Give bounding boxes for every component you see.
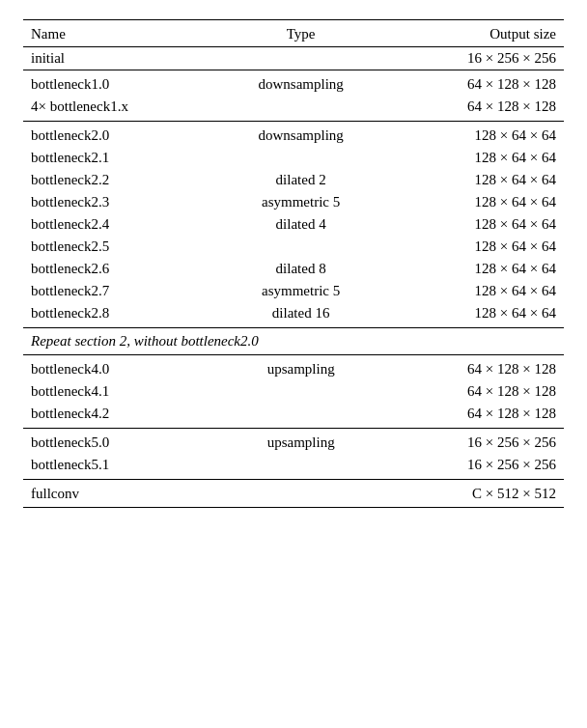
cell-type: dilated 4 — [215, 213, 386, 236]
cell-name: bottleneck2.7 — [23, 280, 215, 302]
cell-name: bottleneck2.8 — [23, 302, 215, 328]
cell-name: initial — [23, 47, 215, 70]
cell-type: asymmetric 5 — [215, 191, 386, 213]
cell-output: 128 × 64 × 64 — [386, 280, 564, 302]
cell-output: 128 × 64 × 64 — [386, 147, 564, 169]
cell-output: 64 × 128 × 128 — [386, 96, 564, 122]
table-row: bottleneck2.1128 × 64 × 64 — [23, 147, 564, 169]
table-row: bottleneck5.116 × 256 × 256 — [23, 454, 564, 480]
cell-name: bottleneck2.4 — [23, 213, 215, 236]
cell-type: upsampling — [215, 355, 386, 381]
cell-type: dilated 16 — [215, 302, 386, 328]
table-row: initial16 × 256 × 256 — [23, 47, 564, 70]
cell-output: 64 × 128 × 128 — [386, 70, 564, 97]
cell-name: bottleneck1.0 — [23, 70, 215, 97]
table-header-row: Name Type Output size — [23, 20, 564, 47]
cell-output: 128 × 64 × 64 — [386, 191, 564, 213]
main-table-container: Name Type Output size initial16 × 256 × … — [23, 19, 564, 508]
table-row: bottleneck4.0upsampling64 × 128 × 128 — [23, 355, 564, 381]
cell-type: dilated 2 — [215, 169, 386, 191]
cell-output: 128 × 64 × 64 — [386, 236, 564, 258]
cell-type — [215, 236, 386, 258]
cell-type — [215, 454, 386, 480]
cell-name: bottleneck5.1 — [23, 454, 215, 480]
table-row: bottleneck2.5128 × 64 × 64 — [23, 236, 564, 258]
cell-type — [215, 47, 386, 70]
cell-type — [215, 380, 386, 403]
cell-name: bottleneck2.0 — [23, 122, 215, 148]
cell-type — [215, 403, 386, 429]
cell-type: downsampling — [215, 70, 386, 97]
cell-output: C × 512 × 512 — [386, 480, 564, 508]
architecture-table: Name Type Output size initial16 × 256 × … — [23, 19, 564, 508]
cell-output: 128 × 64 × 64 — [386, 302, 564, 328]
cell-name: bottleneck2.5 — [23, 236, 215, 258]
header-type: Type — [215, 20, 386, 47]
cell-name: 4× bottleneck1.x — [23, 96, 215, 122]
cell-name: fullconv — [23, 480, 215, 508]
table-row: Repeat section 2, without bottleneck2.0 — [23, 328, 564, 355]
cell-output: 128 × 64 × 64 — [386, 258, 564, 280]
cell-type — [215, 147, 386, 169]
cell-output: 16 × 256 × 256 — [386, 429, 564, 455]
table-row: bottleneck2.6dilated 8128 × 64 × 64 — [23, 258, 564, 280]
cell-output: 16 × 256 × 256 — [386, 47, 564, 70]
cell-output: 64 × 128 × 128 — [386, 355, 564, 381]
cell-name: bottleneck2.2 — [23, 169, 215, 191]
cell-output: 128 × 64 × 64 — [386, 169, 564, 191]
cell-output: 64 × 128 × 128 — [386, 380, 564, 403]
table-row: bottleneck2.0downsampling128 × 64 × 64 — [23, 122, 564, 148]
repeat-note: Repeat section 2, without bottleneck2.0 — [23, 328, 564, 355]
cell-name: bottleneck2.1 — [23, 147, 215, 169]
table-row: bottleneck2.7asymmetric 5128 × 64 × 64 — [23, 280, 564, 302]
cell-name: bottleneck4.2 — [23, 403, 215, 429]
cell-name: bottleneck4.1 — [23, 380, 215, 403]
table-row: bottleneck4.264 × 128 × 128 — [23, 403, 564, 429]
table-row: bottleneck5.0upsampling16 × 256 × 256 — [23, 429, 564, 455]
table-row: bottleneck2.8dilated 16128 × 64 × 64 — [23, 302, 564, 328]
cell-name: bottleneck2.3 — [23, 191, 215, 213]
cell-type: downsampling — [215, 122, 386, 148]
cell-type: asymmetric 5 — [215, 280, 386, 302]
table-row: fullconvC × 512 × 512 — [23, 480, 564, 508]
table-row: 4× bottleneck1.x64 × 128 × 128 — [23, 96, 564, 122]
cell-type — [215, 96, 386, 122]
cell-type: upsampling — [215, 429, 386, 455]
table-row: bottleneck2.2dilated 2128 × 64 × 64 — [23, 169, 564, 191]
header-output: Output size — [386, 20, 564, 47]
cell-output: 16 × 256 × 256 — [386, 454, 564, 480]
cell-name: bottleneck5.0 — [23, 429, 215, 455]
table-row: bottleneck2.4dilated 4128 × 64 × 64 — [23, 213, 564, 236]
table-row: bottleneck2.3asymmetric 5128 × 64 × 64 — [23, 191, 564, 213]
cell-name: bottleneck2.6 — [23, 258, 215, 280]
cell-type — [215, 480, 386, 508]
cell-output: 128 × 64 × 64 — [386, 122, 564, 148]
cell-name: bottleneck4.0 — [23, 355, 215, 381]
header-name: Name — [23, 20, 215, 47]
cell-output: 128 × 64 × 64 — [386, 213, 564, 236]
table-row: bottleneck4.164 × 128 × 128 — [23, 380, 564, 403]
cell-type: dilated 8 — [215, 258, 386, 280]
table-row: bottleneck1.0downsampling64 × 128 × 128 — [23, 70, 564, 97]
cell-output: 64 × 128 × 128 — [386, 403, 564, 429]
